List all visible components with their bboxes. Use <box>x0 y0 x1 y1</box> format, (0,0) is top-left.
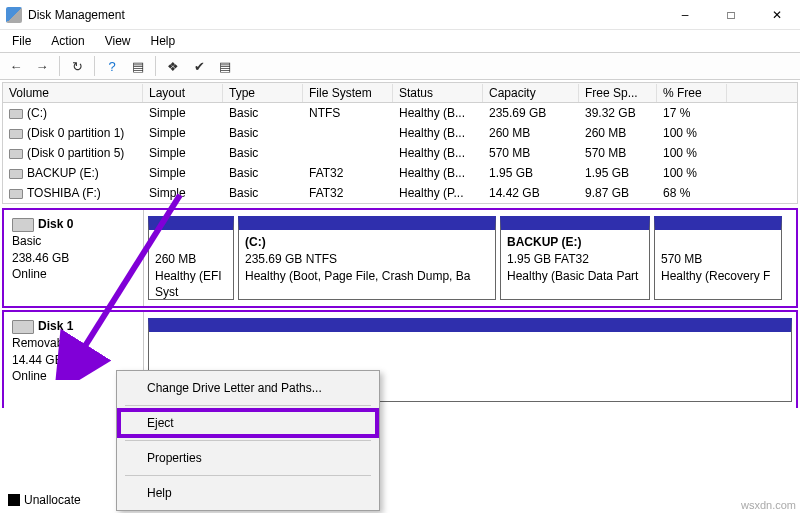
col-percent[interactable]: % Free <box>657 84 727 102</box>
volume-list: Volume Layout Type File System Status Ca… <box>2 82 798 204</box>
volume-icon <box>9 129 23 139</box>
disk1-size: 14.44 GB <box>12 352 135 369</box>
forward-button[interactable]: → <box>30 55 54 77</box>
unallocated-swatch <box>8 494 20 506</box>
menu-view[interactable]: View <box>95 32 141 50</box>
legend: Unallocate <box>8 493 81 507</box>
col-volume[interactable]: Volume <box>3 84 143 102</box>
volume-row[interactable]: (Disk 0 partition 5)SimpleBasicHealthy (… <box>3 143 797 163</box>
disk0-title: Disk 0 <box>38 217 73 231</box>
close-button[interactable]: ✕ <box>754 0 800 30</box>
toolbar-separator <box>155 56 156 76</box>
disk-icon <box>12 218 34 232</box>
watermark: wsxdn.com <box>741 499 796 511</box>
disk0-info: Disk 0 Basic 238.46 GB Online <box>4 210 144 306</box>
col-filesystem[interactable]: File System <box>303 84 393 102</box>
disk0-state: Online <box>12 266 135 283</box>
col-capacity[interactable]: Capacity <box>483 84 579 102</box>
menu-file[interactable]: File <box>2 32 41 50</box>
legend-label: Unallocate <box>24 493 81 507</box>
disk0-partitions: 260 MBHealthy (EFI Syst(C:)235.69 GB NTF… <box>144 210 796 306</box>
disk1-title: Disk 1 <box>38 319 73 333</box>
ctx-eject[interactable]: Eject <box>119 410 377 436</box>
col-type[interactable]: Type <box>223 84 303 102</box>
context-menu: Change Drive Letter and Paths... Eject P… <box>116 370 380 511</box>
ctx-help[interactable]: Help <box>119 480 377 506</box>
ctx-separator <box>125 440 371 441</box>
menubar: File Action View Help <box>0 30 800 52</box>
partition[interactable]: 260 MBHealthy (EFI Syst <box>148 216 234 300</box>
col-layout[interactable]: Layout <box>143 84 223 102</box>
app-icon <box>6 7 22 23</box>
ctx-separator <box>125 405 371 406</box>
ctx-separator <box>125 475 371 476</box>
volume-icon <box>9 149 23 159</box>
menu-help[interactable]: Help <box>141 32 186 50</box>
volume-header-row: Volume Layout Type File System Status Ca… <box>3 83 797 103</box>
action-button-1[interactable]: ❖ <box>161 55 185 77</box>
partition[interactable]: BACKUP (E:)1.95 GB FAT32Healthy (Basic D… <box>500 216 650 300</box>
volume-row[interactable]: (C:)SimpleBasicNTFSHealthy (B...235.69 G… <box>3 103 797 123</box>
list-view-button[interactable]: ▤ <box>126 55 150 77</box>
volume-row[interactable]: (Disk 0 partition 1)SimpleBasicHealthy (… <box>3 123 797 143</box>
volume-row[interactable]: BACKUP (E:)SimpleBasicFAT32Healthy (B...… <box>3 163 797 183</box>
action-button-2[interactable]: ✔ <box>187 55 211 77</box>
volume-icon <box>9 169 23 179</box>
disk0-pane[interactable]: Disk 0 Basic 238.46 GB Online 260 MBHeal… <box>2 208 798 308</box>
partition[interactable]: 570 MBHealthy (Recovery F <box>654 216 782 300</box>
maximize-button[interactable]: □ <box>708 0 754 30</box>
col-free[interactable]: Free Sp... <box>579 84 657 102</box>
ctx-change-drive-letter[interactable]: Change Drive Letter and Paths... <box>119 375 377 401</box>
volume-icon <box>9 109 23 119</box>
partition[interactable]: (C:)235.69 GB NTFSHealthy (Boot, Page Fi… <box>238 216 496 300</box>
volume-icon <box>9 189 23 199</box>
toolbar-separator <box>94 56 95 76</box>
disk0-type: Basic <box>12 233 135 250</box>
disk0-size: 238.46 GB <box>12 250 135 267</box>
action-button-3[interactable]: ▤ <box>213 55 237 77</box>
disk1-type: Removable <box>12 335 135 352</box>
titlebar: Disk Management – □ ✕ <box>0 0 800 30</box>
col-status[interactable]: Status <box>393 84 483 102</box>
toolbar-separator <box>59 56 60 76</box>
refresh-button[interactable]: ↻ <box>65 55 89 77</box>
menu-action[interactable]: Action <box>41 32 94 50</box>
disk-icon <box>12 320 34 334</box>
window-title: Disk Management <box>28 8 662 22</box>
help-icon-button[interactable]: ? <box>100 55 124 77</box>
toolbar: ← → ↻ ? ▤ ❖ ✔ ▤ <box>0 52 800 80</box>
volume-row[interactable]: TOSHIBA (F:)SimpleBasicFAT32Healthy (P..… <box>3 183 797 203</box>
ctx-properties[interactable]: Properties <box>119 445 377 471</box>
minimize-button[interactable]: – <box>662 0 708 30</box>
back-button[interactable]: ← <box>4 55 28 77</box>
